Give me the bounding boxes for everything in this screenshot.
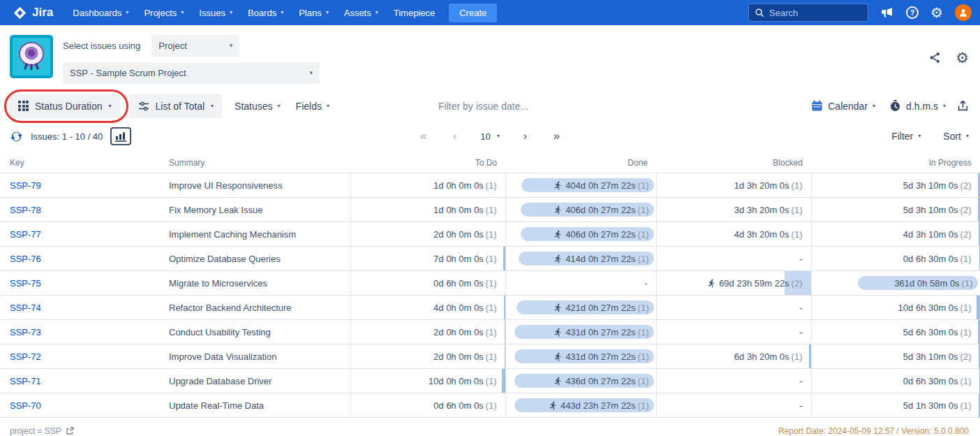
next-page-button[interactable]: ›: [521, 129, 530, 144]
duration-bar: [504, 296, 505, 319]
page-size-select[interactable]: 10 ▾: [480, 131, 499, 142]
prev-page-button[interactable]: ‹: [450, 129, 459, 144]
calendar-button[interactable]: Calendar ▾: [808, 94, 878, 118]
issue-key-link[interactable]: SSP-71: [10, 376, 41, 386]
chevron-down-icon: ▾: [497, 133, 500, 139]
nav-item-assets[interactable]: Assets▾: [337, 3, 385, 22]
duration-count: (1): [960, 254, 972, 264]
issue-source-mode-select[interactable]: Project ▾: [151, 35, 239, 57]
settings-icon[interactable]: ⚙: [930, 6, 943, 20]
issue-summary-cell: Optimize Database Queries: [161, 247, 350, 271]
duration-count: (1): [486, 229, 497, 240]
jira-brand[interactable]: Jira: [13, 6, 53, 20]
duration-value: 1d 3h 20m 0s: [734, 180, 789, 191]
report-type-button[interactable]: Status Duration ▾: [10, 94, 120, 118]
filter-button[interactable]: Filter ▾: [890, 128, 922, 145]
last-page-button[interactable]: »: [551, 129, 563, 144]
issue-key-link[interactable]: SSP-72: [10, 351, 41, 362]
issue-key-link[interactable]: SSP-75: [10, 278, 41, 289]
issue-key-link[interactable]: SSP-74: [10, 303, 41, 313]
search-icon: [755, 8, 764, 17]
duration-count: (1): [792, 351, 803, 362]
duration-bar: [979, 393, 980, 417]
duration-text: -: [799, 327, 802, 337]
nav-item-dashboards[interactable]: Dashboards▾: [66, 3, 135, 22]
nav-item-label: Boards: [248, 8, 276, 18]
sliders-icon: [138, 101, 149, 112]
duration-cell-blocked: -: [656, 393, 811, 418]
duration-text: -: [799, 376, 802, 386]
duration-value: 6d 3h 20m 0s: [734, 351, 789, 362]
duration-cell-done: 406d 0h 27m 22s(1): [505, 222, 656, 247]
refresh-button[interactable]: [10, 130, 23, 143]
issue-key-cell: SSP-72: [0, 344, 161, 369]
duration-cell-in-progress: 5d 3h 10m 0s(2): [811, 173, 980, 198]
list-mode-button[interactable]: List of Total ▾: [130, 94, 223, 118]
duration-cell-to-do: 10d 0h 0m 0s(1): [350, 369, 505, 393]
duration-value: 5d 1h 30m 0s: [903, 400, 958, 411]
duration-text: 5d 3h 10m 0s(2): [903, 205, 972, 215]
duration-bar: [503, 247, 505, 270]
statuses-button[interactable]: Statuses ▾: [232, 94, 283, 118]
fields-button[interactable]: Fields ▾: [293, 94, 332, 118]
report-toolbar: Status Duration ▾ List of Total ▾ Status…: [0, 84, 980, 121]
duration-count: (1): [792, 229, 803, 240]
duration-value: -: [799, 376, 802, 386]
help-icon[interactable]: ?: [906, 6, 919, 19]
duration-count: (1): [638, 180, 649, 191]
issue-key-cell: SSP-76: [0, 247, 161, 271]
duration-text: -: [799, 254, 802, 264]
issue-key-link[interactable]: SSP-78: [10, 205, 41, 215]
search-input[interactable]: [769, 8, 862, 18]
nav-item-projects[interactable]: Projects▾: [137, 3, 191, 22]
issue-key-link[interactable]: SSP-79: [10, 180, 41, 191]
duration-count: (1): [486, 351, 497, 362]
announcements-icon[interactable]: [880, 6, 894, 20]
export-button[interactable]: [957, 100, 969, 112]
duration-text: 10d 6h 30m 0s(1): [898, 303, 972, 313]
first-page-button[interactable]: «: [417, 129, 429, 144]
project-select[interactable]: SSP - Sample Scrum Project ▾: [63, 62, 320, 84]
issue-key-link[interactable]: SSP-73: [10, 327, 41, 337]
create-button[interactable]: Create: [449, 3, 497, 22]
issue-key-link[interactable]: SSP-76: [10, 254, 41, 264]
jql-query[interactable]: project = SSP: [10, 426, 74, 436]
filter-label: Filter: [891, 131, 913, 142]
duration-count: (1): [638, 351, 649, 362]
duration-text: 1d 0h 0m 0s(1): [433, 205, 496, 215]
duration-cell-in-progress: 5d 3h 10m 0s(2): [811, 344, 980, 369]
report-settings-button[interactable]: ⚙: [956, 50, 969, 65]
user-avatar[interactable]: [955, 4, 972, 21]
time-format-button[interactable]: d.h.m.s ▾: [886, 94, 949, 118]
chart-view-toggle[interactable]: [110, 127, 131, 145]
fields-label: Fields: [296, 101, 322, 112]
global-search[interactable]: [748, 3, 868, 22]
duration-text: 2d 0h 0m 0s(1): [433, 327, 496, 337]
issue-key-link[interactable]: SSP-77: [10, 229, 41, 240]
bar-chart-icon: [115, 131, 126, 142]
share-button[interactable]: [928, 51, 942, 64]
nav-item-plans[interactable]: Plans▾: [292, 3, 336, 22]
duration-count: (1): [638, 400, 649, 411]
nav-item-timepiece[interactable]: Timepiece: [387, 3, 442, 22]
issue-date-filter-input[interactable]: [438, 101, 585, 112]
question-mark: ?: [906, 6, 919, 19]
sort-button[interactable]: Sort ▾: [942, 128, 970, 145]
issue-summary-cell: Update Real-Time Data: [161, 393, 350, 418]
issue-key-cell: SSP-75: [0, 271, 161, 296]
nav-item-boards[interactable]: Boards▾: [241, 3, 290, 22]
duration-cell-done: 421d 0h 27m 22s(1): [505, 296, 656, 320]
nav-item-issues[interactable]: Issues▾: [192, 3, 239, 22]
issue-summary-cell: Fix Memory Leak Issue: [161, 198, 350, 222]
duration-cell-to-do: 2d 0h 0m 0s(1): [350, 344, 505, 369]
table-row: SSP-79Improve UI Responsiveness1d 0h 0m …: [0, 173, 980, 198]
issues-range-label: Issues: 1 - 10 / 40: [31, 131, 103, 142]
duration-cell-to-do: 2d 0h 0m 0s(1): [350, 222, 505, 247]
duration-value: 0d 6h 30m 0s: [903, 376, 958, 386]
app-logo-icon: [10, 35, 53, 78]
issue-key-link[interactable]: SSP-70: [10, 400, 41, 411]
runner-icon: [707, 279, 716, 288]
duration-text: 4d 3h 20m 0s(1): [734, 229, 803, 240]
duration-pill: 406d 0h 27m 22s(1): [521, 227, 654, 241]
duration-text: 0d 6h 30m 0s(1): [903, 254, 972, 264]
